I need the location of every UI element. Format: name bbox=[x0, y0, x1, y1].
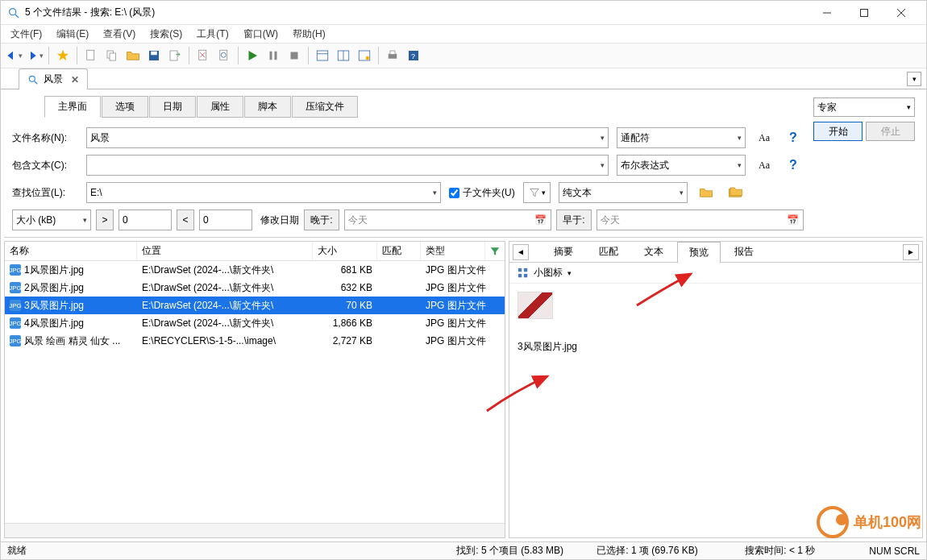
layout2-button[interactable] bbox=[334, 46, 353, 65]
layout3-button[interactable] bbox=[355, 46, 374, 65]
menu-window[interactable]: 窗口(W) bbox=[243, 27, 278, 41]
contains-input[interactable]: ▾ bbox=[86, 155, 609, 176]
delete-button[interactable] bbox=[193, 46, 213, 65]
horizontal-scrollbar[interactable] bbox=[5, 523, 505, 537]
table-row[interactable]: JPG风景 绘画 精灵 仙女 ...E:\RECYCLER\S-1-5-...\… bbox=[5, 332, 505, 350]
lookin-input[interactable]: E:\▾ bbox=[86, 182, 441, 203]
copy-button[interactable] bbox=[102, 46, 122, 65]
size-gt-button[interactable]: > bbox=[96, 209, 114, 230]
results-table: 名称 位置 大小 匹配 类型 JPG1风景图片.jpgE:\DrawSet (2… bbox=[4, 241, 505, 538]
preview-tab-match[interactable]: 匹配 bbox=[587, 241, 630, 263]
browse-folder-button-2[interactable] bbox=[725, 182, 746, 203]
tab-attr[interactable]: 属性 bbox=[197, 96, 243, 118]
tab-dropdown-button[interactable]: ▾ bbox=[907, 72, 921, 86]
pause-button[interactable] bbox=[264, 46, 283, 65]
svg-rect-8 bbox=[110, 53, 116, 60]
col-location[interactable]: 位置 bbox=[137, 242, 313, 260]
forward-button[interactable]: ▾ bbox=[25, 46, 44, 65]
size-lt-button[interactable]: < bbox=[177, 209, 194, 230]
favorite-button[interactable] bbox=[53, 46, 73, 65]
status-selected: 已选择: 1 项 (69.76 KB) bbox=[597, 544, 725, 558]
contains-mode-select[interactable]: 布尔表达式▾ bbox=[617, 155, 746, 176]
size-unit-select[interactable]: 大小 (kB)▾ bbox=[12, 209, 91, 230]
tab-main[interactable]: 主界面 bbox=[44, 96, 101, 118]
svg-rect-18 bbox=[275, 52, 277, 60]
start-button[interactable]: 开始 bbox=[813, 122, 863, 141]
minimize-button[interactable] bbox=[809, 1, 846, 25]
col-type[interactable]: 类型 bbox=[421, 242, 485, 260]
date-before-input[interactable]: 今天📅 bbox=[597, 209, 804, 230]
date-after-input[interactable]: 今天📅 bbox=[344, 209, 551, 230]
export-button[interactable] bbox=[165, 46, 185, 65]
view-mode-dropdown[interactable]: ▾ bbox=[567, 269, 572, 277]
date-before-button[interactable]: 早于: bbox=[556, 209, 592, 230]
svg-rect-3 bbox=[861, 9, 868, 16]
svg-rect-11 bbox=[170, 51, 177, 60]
preview-thumbnail[interactable] bbox=[518, 292, 553, 319]
menu-view[interactable]: 查看(V) bbox=[103, 27, 135, 41]
moddate-label: 修改日期 bbox=[260, 214, 299, 227]
menu-search[interactable]: 搜索(S) bbox=[150, 27, 182, 41]
expert-select[interactable]: 专家▾ bbox=[813, 97, 915, 117]
preview-tab-preview[interactable]: 预览 bbox=[677, 242, 721, 263]
filename-input[interactable]: 风景▾ bbox=[86, 127, 609, 148]
back-button[interactable]: ▾ bbox=[4, 46, 23, 65]
col-size[interactable]: 大小 bbox=[313, 242, 377, 260]
date-after-button[interactable]: 晚于: bbox=[304, 209, 339, 230]
preview-thumb-label: 3风景图片.jpg bbox=[518, 340, 914, 354]
tab-date[interactable]: 日期 bbox=[149, 96, 196, 118]
menu-tools[interactable]: 工具(T) bbox=[197, 27, 228, 41]
help-toolbar-button[interactable]: ? bbox=[404, 46, 423, 65]
play-button[interactable] bbox=[243, 46, 262, 65]
column-filter-button[interactable] bbox=[485, 242, 505, 260]
search-tabbar: 风景 ✕ ▾ bbox=[1, 68, 926, 89]
close-button[interactable] bbox=[883, 1, 920, 25]
tab-script[interactable]: 脚本 bbox=[244, 96, 291, 118]
table-row[interactable]: JPG1风景图片.jpgE:\DrawSet (2024-...\新文件夹\68… bbox=[5, 261, 505, 279]
app-icon bbox=[7, 6, 20, 19]
col-match[interactable]: 匹配 bbox=[377, 242, 421, 260]
stop-search-button: 停止 bbox=[866, 122, 915, 141]
lookin-mode-select[interactable]: 纯文本▾ bbox=[559, 182, 688, 203]
layout1-button[interactable] bbox=[313, 46, 332, 65]
stop-button[interactable] bbox=[285, 46, 304, 65]
preview-nav-left[interactable]: ◄ bbox=[513, 244, 529, 260]
menu-file[interactable]: 文件(F) bbox=[10, 27, 42, 41]
status-time: 搜索时间: < 1 秒 bbox=[745, 544, 850, 558]
menu-help[interactable]: 帮助(H) bbox=[293, 27, 326, 41]
size-to-input[interactable] bbox=[199, 209, 252, 230]
view-mode-label[interactable]: 小图标 bbox=[534, 266, 563, 280]
preview-tab-text[interactable]: 文本 bbox=[632, 241, 676, 263]
help-icon-2[interactable]: ? bbox=[783, 155, 804, 176]
recycle-button[interactable] bbox=[214, 46, 234, 65]
preview-tab-report[interactable]: 报告 bbox=[722, 241, 766, 263]
svg-text:?: ? bbox=[411, 52, 415, 60]
font-icon[interactable]: Aa bbox=[754, 127, 775, 148]
preview-tab-summary[interactable]: 摘要 bbox=[542, 241, 585, 263]
tab-archive[interactable]: 压缩文件 bbox=[292, 96, 358, 118]
maximize-button[interactable] bbox=[846, 1, 883, 25]
preview-nav-right[interactable]: ► bbox=[903, 244, 919, 260]
open-folder-button[interactable] bbox=[123, 46, 143, 65]
menu-edit[interactable]: 编辑(E) bbox=[56, 27, 89, 41]
svg-rect-19 bbox=[291, 52, 298, 60]
new-doc-button[interactable] bbox=[81, 46, 101, 65]
search-tab[interactable]: 风景 ✕ bbox=[19, 68, 88, 89]
table-row[interactable]: JPG2风景图片.jpgE:\DrawSet (2024-...\新文件夹\63… bbox=[5, 279, 505, 297]
save-button[interactable] bbox=[144, 46, 164, 65]
col-name[interactable]: 名称 bbox=[5, 242, 137, 260]
filename-mode-select[interactable]: 通配符▾ bbox=[617, 127, 746, 148]
search-icon bbox=[27, 74, 39, 85]
tab-options[interactable]: 选项 bbox=[102, 96, 148, 118]
size-from-input[interactable] bbox=[118, 209, 172, 230]
font-icon-2[interactable]: Aa bbox=[754, 155, 775, 176]
table-row[interactable]: JPG4风景图片.jpgE:\DrawSet (2024-...\新文件夹\1,… bbox=[5, 314, 505, 332]
tab-close-button[interactable]: ✕ bbox=[71, 74, 79, 85]
help-icon[interactable]: ? bbox=[783, 127, 804, 148]
table-row[interactable]: JPG3风景图片.jpgE:\DrawSet (2024-...\新文件夹\70… bbox=[5, 297, 505, 314]
subfolders-checkbox[interactable]: 子文件夹(U) bbox=[449, 186, 515, 200]
print-button[interactable] bbox=[383, 46, 402, 65]
svg-line-1 bbox=[15, 15, 19, 18]
browse-folder-button[interactable] bbox=[696, 182, 717, 203]
filter-button[interactable]: ▾ bbox=[523, 182, 551, 203]
